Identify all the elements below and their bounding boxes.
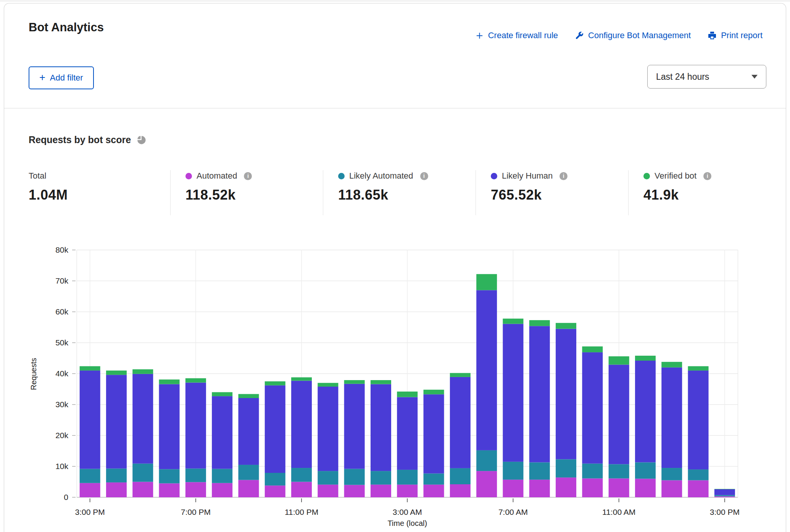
bar-segment-verified-bot[interactable] [397, 392, 418, 397]
bar-segment-verified-bot[interactable] [185, 378, 206, 382]
bar-4-00-PM[interactable] [106, 371, 127, 497]
bar-3-00-PM[interactable] [714, 489, 735, 497]
bar-12-00-PM[interactable] [635, 356, 656, 497]
bar-segment-automated[interactable] [582, 479, 603, 497]
bar-segment-automated[interactable] [635, 479, 656, 497]
bar-segment-likely-automated[interactable] [159, 469, 180, 483]
bar-segment-likely-automated[interactable] [635, 462, 656, 479]
bar-segment-automated[interactable] [714, 497, 735, 497]
bar-segment-verified-bot[interactable] [714, 489, 735, 489]
bar-segment-likely-human[interactable] [212, 396, 232, 469]
bar-segment-verified-bot[interactable] [318, 383, 338, 387]
bar-segment-likely-automated[interactable] [212, 469, 232, 483]
bar-segment-likely-automated[interactable] [609, 464, 629, 478]
bar-segment-likely-automated[interactable] [714, 495, 735, 496]
bar-11-00-PM[interactable] [291, 377, 312, 497]
bar-segment-likely-automated[interactable] [450, 468, 471, 484]
bar-segment-likely-automated[interactable] [80, 469, 100, 483]
bar-segment-likely-human[interactable] [661, 368, 682, 468]
bar-segment-automated[interactable] [80, 483, 100, 497]
bar-segment-likely-automated[interactable] [185, 469, 206, 482]
bar-segment-likely-automated[interactable] [582, 464, 603, 479]
bar-1-00-AM[interactable] [344, 380, 365, 497]
bar-segment-likely-automated[interactable] [318, 471, 338, 485]
bar-segment-automated[interactable] [476, 471, 497, 497]
bar-segment-likely-human[interactable] [714, 489, 735, 495]
bar-segment-automated[interactable] [185, 482, 206, 497]
info-icon[interactable]: i [420, 172, 428, 180]
bar-segment-likely-human[interactable] [609, 365, 629, 464]
bar-segment-likely-automated[interactable] [238, 465, 259, 480]
bar-segment-likely-human[interactable] [80, 371, 100, 469]
bar-segment-automated[interactable] [424, 485, 444, 497]
bar-segment-likely-human[interactable] [291, 381, 312, 468]
bar-segment-verified-bot[interactable] [529, 320, 550, 326]
bar-segment-likely-automated[interactable] [265, 473, 285, 485]
bar-segment-likely-human[interactable] [238, 398, 259, 465]
bar-segment-likely-human[interactable] [556, 329, 576, 459]
bar-segment-verified-bot[interactable] [450, 373, 471, 377]
bar-segment-likely-automated[interactable] [132, 464, 153, 482]
bar-5-00-AM[interactable] [450, 373, 471, 497]
bar-segment-automated[interactable] [661, 480, 682, 497]
bar-segment-likely-human[interactable] [397, 397, 418, 470]
bar-8-00-PM[interactable] [212, 392, 232, 497]
bar-segment-verified-bot[interactable] [609, 356, 629, 365]
bar-3-00-PM[interactable] [80, 366, 100, 497]
bar-segment-verified-bot[interactable] [476, 274, 497, 290]
bar-segment-automated[interactable] [556, 477, 576, 497]
bar-segment-automated[interactable] [503, 480, 523, 497]
info-icon[interactable]: i [244, 172, 252, 180]
bar-segment-verified-bot[interactable] [238, 394, 259, 398]
bar-segment-automated[interactable] [397, 485, 418, 497]
bar-segment-likely-automated[interactable] [503, 462, 523, 480]
bar-segment-verified-bot[interactable] [582, 347, 603, 352]
bar-segment-automated[interactable] [609, 479, 629, 497]
bar-segment-verified-bot[interactable] [635, 356, 656, 361]
bar-segment-likely-automated[interactable] [529, 462, 550, 479]
bar-segment-likely-automated[interactable] [688, 469, 709, 480]
bar-segment-likely-human[interactable] [635, 361, 656, 462]
bar-7-00-PM[interactable] [185, 378, 206, 497]
bar-9-00-PM[interactable] [238, 394, 259, 497]
bar-segment-likely-automated[interactable] [661, 468, 682, 480]
bar-2-00-PM[interactable] [688, 366, 709, 497]
bar-segment-verified-bot[interactable] [503, 319, 523, 324]
bar-8-00-AM[interactable] [529, 320, 550, 497]
bar-segment-likely-human[interactable] [318, 387, 338, 471]
bar-segment-likely-human[interactable] [265, 385, 285, 473]
bar-segment-likely-human[interactable] [503, 324, 523, 462]
bar-segment-likely-automated[interactable] [371, 471, 391, 485]
bar-segment-likely-human[interactable] [450, 377, 471, 468]
bar-segment-likely-automated[interactable] [291, 468, 312, 482]
bar-segment-automated[interactable] [344, 485, 365, 497]
bar-11-00-AM[interactable] [609, 356, 629, 497]
bar-segment-likely-human[interactable] [185, 382, 206, 468]
bar-2-00-AM[interactable] [371, 380, 391, 497]
info-icon[interactable]: i [559, 172, 568, 180]
bar-segment-automated[interactable] [238, 480, 259, 497]
bar-segment-likely-human[interactable] [424, 394, 444, 473]
bar-segment-verified-bot[interactable] [80, 366, 100, 371]
bar-segment-verified-bot[interactable] [106, 371, 127, 375]
bar-segment-likely-automated[interactable] [424, 474, 444, 485]
bar-segment-likely-automated[interactable] [556, 459, 576, 477]
bar-segment-verified-bot[interactable] [556, 323, 576, 329]
bar-12-00-AM[interactable] [318, 383, 338, 497]
bar-segment-verified-bot[interactable] [371, 380, 391, 384]
bar-segment-automated[interactable] [132, 482, 153, 498]
bar-segment-verified-bot[interactable] [688, 366, 709, 371]
bar-segment-likely-human[interactable] [476, 290, 497, 450]
bar-segment-verified-bot[interactable] [344, 380, 365, 384]
bar-segment-verified-bot[interactable] [132, 369, 153, 374]
bar-segment-likely-human[interactable] [371, 384, 391, 471]
create-firewall-rule-link[interactable]: Create firewall rule [475, 31, 558, 40]
bar-segment-automated[interactable] [371, 485, 391, 497]
bar-segment-likely-automated[interactable] [106, 469, 127, 482]
bar-5-00-PM[interactable] [132, 369, 153, 497]
print-report-link[interactable]: Print report [708, 31, 763, 40]
time-range-dropdown[interactable]: Last 24 hours [647, 65, 766, 89]
bar-segment-verified-bot[interactable] [265, 381, 285, 385]
bar-segment-likely-automated[interactable] [397, 470, 418, 485]
bar-segment-likely-human[interactable] [582, 352, 603, 464]
